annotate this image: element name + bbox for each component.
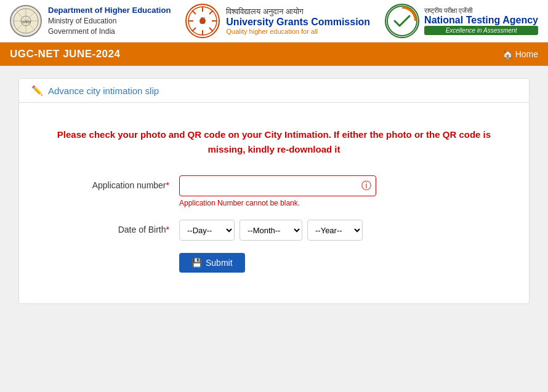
home-label: Home — [515, 49, 538, 59]
nta-hindi-text: राष्ट्रीय परीक्षा एजेंसी — [424, 7, 538, 15]
svg-text:ज्ञान: ज्ञान — [200, 16, 205, 20]
dept-name: Department of Higher Education — [48, 5, 171, 16]
application-number-error-icon: ⓘ — [361, 180, 371, 193]
ugc-logo: ज्ञान UGC — [185, 4, 220, 38]
card-header: ✏️ Advance city intimation slip — [19, 79, 529, 103]
dept-branding: सत्यमेव Department of Higher Education M… — [10, 5, 171, 37]
dob-label: Date of Birth* — [81, 220, 179, 234]
submit-button[interactable]: 💾 Submit — [179, 253, 245, 273]
application-number-row: Application number* ⓘ Application Number… — [44, 175, 504, 207]
submit-row: 💾 Submit — [44, 253, 504, 273]
required-star-dob: * — [166, 225, 169, 234]
application-number-input-wrapper: ⓘ Application Number cannot be blank. — [179, 175, 376, 207]
dept-govt: Government of India — [48, 26, 171, 37]
form-section: Application number* ⓘ Application Number… — [44, 175, 504, 273]
submit-label: Submit — [206, 258, 233, 268]
ugc-branding: ज्ञान UGC विश्वविद्यालय अनुदान आयोग Univ… — [185, 4, 370, 38]
card-header-title: Advance city intimation slip — [48, 86, 159, 96]
home-link[interactable]: 🏠 Home — [502, 49, 538, 59]
nta-text-block: राष्ट्रीय परीक्षा एजेंसी National Testin… — [424, 7, 538, 35]
card-body: Please check your photo and QR code on y… — [19, 103, 529, 285]
home-icon: 🏠 — [502, 49, 513, 59]
dob-selects: --Day--123456789101112131415161718192021… — [179, 220, 363, 241]
svg-line-14 — [209, 28, 213, 31]
dob-row: Date of Birth* --Day--123456789101112131… — [44, 220, 504, 241]
nta-branding: राष्ट्रीय परीक्षा एजेंसी National Testin… — [385, 4, 538, 38]
required-star-app: * — [166, 180, 169, 190]
month-select[interactable]: --Month--JanuaryFebruaryMarchAprilMayJun… — [240, 220, 302, 241]
dept-text-block: Department of Higher Education Ministry … — [48, 5, 171, 37]
svg-line-15 — [209, 10, 213, 14]
dept-ministry: Ministry of Education — [48, 16, 171, 26]
day-select[interactable]: --Day--123456789101112131415161718192021… — [179, 220, 235, 241]
application-number-label: Application number* — [81, 175, 179, 190]
navbar-title: UGC-NET JUNE-2024 — [10, 48, 121, 60]
ugc-hindi-text: विश्वविद्यालय अनुदान आयोग — [226, 7, 370, 17]
year-select[interactable]: --Year--19801981198219831984198519861987… — [307, 220, 363, 241]
svg-line-13 — [192, 10, 196, 14]
nta-logo — [385, 4, 419, 38]
application-number-field-wrapper: ⓘ — [179, 175, 376, 196]
main-content: ✏️ Advance city intimation slip Please c… — [0, 66, 548, 316]
svg-text:सत्यमेव: सत्यमेव — [21, 20, 31, 24]
edit-icon: ✏️ — [31, 85, 43, 96]
form-card: ✏️ Advance city intimation slip Please c… — [18, 78, 530, 304]
ugc-main-text: University Grants Commission — [226, 17, 370, 28]
svg-text:UGC: UGC — [200, 22, 206, 25]
govt-emblem: सत्यमेव — [10, 5, 42, 37]
nta-badge: Excellence in Assessment — [424, 26, 538, 35]
site-header: सत्यमेव Department of Higher Education M… — [0, 0, 548, 42]
nta-main-text: National Testing Agency — [424, 15, 538, 26]
ugc-sub-text: Quality higher education for all — [226, 28, 370, 35]
navbar: UGC-NET JUNE-2024 🏠 Home — [0, 42, 548, 66]
save-icon: 💾 — [191, 258, 202, 268]
application-number-input[interactable] — [179, 175, 376, 196]
ugc-text-block: विश्वविद्यालय अनुदान आयोग University Gra… — [226, 7, 370, 35]
notice-text: Please check your photo and QR code on y… — [52, 127, 496, 157]
application-number-error-msg: Application Number cannot be blank. — [179, 199, 376, 207]
svg-line-16 — [192, 28, 196, 31]
